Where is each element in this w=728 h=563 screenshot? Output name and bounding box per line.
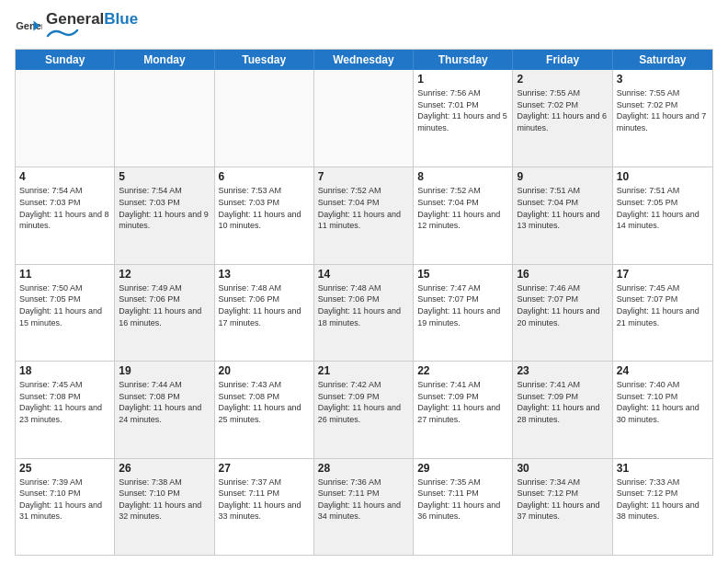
calendar-cell-2: 2Sunrise: 7:55 AM Sunset: 7:02 PM Daylig…: [513, 70, 612, 167]
day-info: Sunrise: 7:36 AM Sunset: 7:11 PM Dayligh…: [318, 477, 409, 523]
day-number: 28: [318, 462, 409, 475]
day-number: 8: [417, 170, 508, 183]
calendar-cell-23: 23Sunrise: 7:41 AM Sunset: 7:09 PM Dayli…: [513, 362, 612, 457]
calendar-cell-21: 21Sunrise: 7:42 AM Sunset: 7:09 PM Dayli…: [314, 362, 414, 457]
calendar-cell-31: 31Sunrise: 7:33 AM Sunset: 7:12 PM Dayli…: [613, 459, 712, 555]
day-number: 21: [318, 364, 409, 377]
day-info: Sunrise: 7:39 AM Sunset: 7:10 PM Dayligh…: [19, 477, 110, 523]
calendar-cell-empty: [16, 70, 115, 167]
day-number: 3: [617, 73, 709, 86]
calendar-cell-4: 4Sunrise: 7:54 AM Sunset: 7:03 PM Daylig…: [16, 167, 115, 263]
calendar-cell-26: 26Sunrise: 7:38 AM Sunset: 7:10 PM Dayli…: [115, 459, 214, 555]
weekday-header-tuesday: Tuesday: [215, 50, 314, 70]
day-number: 7: [318, 170, 409, 183]
day-number: 27: [219, 462, 310, 475]
day-number: 24: [617, 364, 709, 377]
calendar-cell-15: 15Sunrise: 7:47 AM Sunset: 7:07 PM Dayli…: [414, 265, 513, 361]
calendar-cell-10: 10Sunrise: 7:51 AM Sunset: 7:05 PM Dayli…: [613, 167, 712, 263]
calendar-body: 1Sunrise: 7:56 AM Sunset: 7:01 PM Daylig…: [16, 70, 712, 555]
day-number: 16: [517, 268, 608, 281]
logo-wave-icon: [46, 27, 79, 40]
day-info: Sunrise: 7:55 AM Sunset: 7:02 PM Dayligh…: [617, 87, 709, 133]
day-info: Sunrise: 7:54 AM Sunset: 7:03 PM Dayligh…: [119, 185, 210, 231]
calendar-cell-18: 18Sunrise: 7:45 AM Sunset: 7:08 PM Dayli…: [16, 362, 115, 457]
calendar-cell-empty: [115, 70, 214, 167]
day-info: Sunrise: 7:41 AM Sunset: 7:09 PM Dayligh…: [517, 379, 608, 425]
day-info: Sunrise: 7:56 AM Sunset: 7:01 PM Dayligh…: [417, 87, 508, 133]
weekday-header-wednesday: Wednesday: [314, 50, 414, 70]
day-info: Sunrise: 7:42 AM Sunset: 7:09 PM Dayligh…: [318, 379, 409, 425]
day-info: Sunrise: 7:38 AM Sunset: 7:10 PM Dayligh…: [119, 477, 210, 523]
day-number: 31: [617, 462, 709, 475]
day-info: Sunrise: 7:35 AM Sunset: 7:11 PM Dayligh…: [417, 477, 508, 523]
day-info: Sunrise: 7:52 AM Sunset: 7:04 PM Dayligh…: [318, 185, 409, 231]
calendar-cell-empty: [314, 70, 414, 167]
calendar-cell-30: 30Sunrise: 7:34 AM Sunset: 7:12 PM Dayli…: [513, 459, 612, 555]
day-number: 22: [417, 364, 508, 377]
day-number: 29: [417, 462, 508, 475]
calendar-cell-7: 7Sunrise: 7:52 AM Sunset: 7:04 PM Daylig…: [314, 167, 414, 263]
day-info: Sunrise: 7:37 AM Sunset: 7:11 PM Dayligh…: [219, 477, 310, 523]
day-number: 19: [119, 364, 210, 377]
calendar-row-1: 4Sunrise: 7:54 AM Sunset: 7:03 PM Daylig…: [16, 167, 712, 263]
calendar-cell-12: 12Sunrise: 7:49 AM Sunset: 7:06 PM Dayli…: [115, 265, 214, 361]
calendar-cell-16: 16Sunrise: 7:46 AM Sunset: 7:07 PM Dayli…: [513, 265, 612, 361]
calendar-cell-24: 24Sunrise: 7:40 AM Sunset: 7:10 PM Dayli…: [613, 362, 712, 457]
header: General GeneralBlue: [15, 11, 713, 43]
day-info: Sunrise: 7:49 AM Sunset: 7:06 PM Dayligh…: [119, 282, 210, 328]
day-info: Sunrise: 7:51 AM Sunset: 7:05 PM Dayligh…: [617, 185, 709, 231]
day-number: 10: [617, 170, 709, 183]
calendar-cell-9: 9Sunrise: 7:51 AM Sunset: 7:04 PM Daylig…: [513, 167, 612, 263]
calendar-cell-22: 22Sunrise: 7:41 AM Sunset: 7:09 PM Dayli…: [414, 362, 513, 457]
weekday-header-thursday: Thursday: [414, 50, 513, 70]
day-number: 25: [19, 462, 110, 475]
day-number: 14: [318, 268, 409, 281]
calendar-cell-27: 27Sunrise: 7:37 AM Sunset: 7:11 PM Dayli…: [215, 459, 314, 555]
day-number: 12: [119, 268, 210, 281]
calendar-row-4: 25Sunrise: 7:39 AM Sunset: 7:10 PM Dayli…: [16, 458, 712, 555]
weekday-header-saturday: Saturday: [613, 50, 712, 70]
day-number: 20: [219, 364, 310, 377]
day-number: 17: [617, 268, 709, 281]
calendar-cell-29: 29Sunrise: 7:35 AM Sunset: 7:11 PM Dayli…: [414, 459, 513, 555]
calendar-row-2: 11Sunrise: 7:50 AM Sunset: 7:05 PM Dayli…: [16, 264, 712, 361]
day-info: Sunrise: 7:44 AM Sunset: 7:08 PM Dayligh…: [119, 379, 210, 425]
calendar-cell-empty: [215, 70, 314, 167]
day-number: 26: [119, 462, 210, 475]
day-info: Sunrise: 7:43 AM Sunset: 7:08 PM Dayligh…: [219, 379, 310, 425]
day-number: 11: [19, 268, 110, 281]
logo-general: General: [46, 10, 104, 28]
day-info: Sunrise: 7:40 AM Sunset: 7:10 PM Dayligh…: [617, 379, 709, 425]
day-info: Sunrise: 7:46 AM Sunset: 7:07 PM Dayligh…: [517, 282, 608, 328]
day-number: 4: [19, 170, 110, 183]
day-number: 30: [517, 462, 608, 475]
day-number: 23: [517, 364, 608, 377]
calendar-cell-20: 20Sunrise: 7:43 AM Sunset: 7:08 PM Dayli…: [215, 362, 314, 457]
day-info: Sunrise: 7:34 AM Sunset: 7:12 PM Dayligh…: [517, 477, 608, 523]
calendar-cell-3: 3Sunrise: 7:55 AM Sunset: 7:02 PM Daylig…: [613, 70, 712, 167]
calendar-cell-6: 6Sunrise: 7:53 AM Sunset: 7:03 PM Daylig…: [215, 167, 314, 263]
day-info: Sunrise: 7:48 AM Sunset: 7:06 PM Dayligh…: [318, 282, 409, 328]
day-number: 2: [517, 73, 608, 86]
calendar-cell-1: 1Sunrise: 7:56 AM Sunset: 7:01 PM Daylig…: [414, 70, 513, 167]
logo: General GeneralBlue: [15, 11, 138, 43]
day-number: 9: [517, 170, 608, 183]
day-info: Sunrise: 7:52 AM Sunset: 7:04 PM Dayligh…: [417, 185, 508, 231]
day-info: Sunrise: 7:53 AM Sunset: 7:03 PM Dayligh…: [219, 185, 310, 231]
day-number: 15: [417, 268, 508, 281]
day-info: Sunrise: 7:55 AM Sunset: 7:02 PM Dayligh…: [517, 87, 608, 133]
day-info: Sunrise: 7:48 AM Sunset: 7:06 PM Dayligh…: [219, 282, 310, 328]
day-number: 6: [219, 170, 310, 183]
weekday-header-sunday: Sunday: [16, 50, 115, 70]
calendar-cell-19: 19Sunrise: 7:44 AM Sunset: 7:08 PM Dayli…: [115, 362, 214, 457]
day-info: Sunrise: 7:45 AM Sunset: 7:08 PM Dayligh…: [19, 379, 110, 425]
calendar-header: SundayMondayTuesdayWednesdayThursdayFrid…: [16, 50, 712, 70]
day-info: Sunrise: 7:45 AM Sunset: 7:07 PM Dayligh…: [617, 282, 709, 328]
logo-icon: General: [15, 19, 42, 36]
day-info: Sunrise: 7:54 AM Sunset: 7:03 PM Dayligh…: [19, 185, 110, 231]
calendar-row-3: 18Sunrise: 7:45 AM Sunset: 7:08 PM Dayli…: [16, 361, 712, 457]
calendar-cell-11: 11Sunrise: 7:50 AM Sunset: 7:05 PM Dayli…: [16, 265, 115, 361]
calendar-cell-13: 13Sunrise: 7:48 AM Sunset: 7:06 PM Dayli…: [215, 265, 314, 361]
calendar-cell-28: 28Sunrise: 7:36 AM Sunset: 7:11 PM Dayli…: [314, 459, 414, 555]
logo-blue: Blue: [104, 10, 138, 28]
